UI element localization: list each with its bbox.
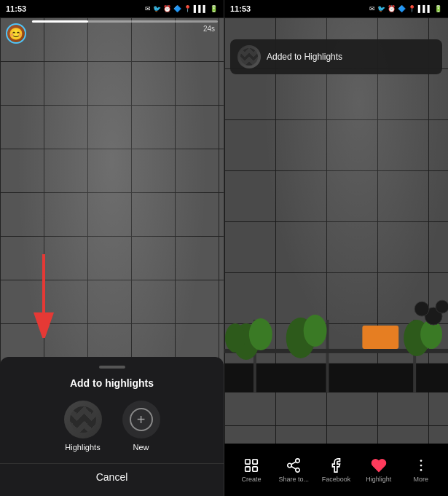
highlights-item[interactable]: Highlights (64, 401, 102, 452)
status-icons-right: ✉ 🐦 ⏰ 🔷 📍 ▌▌▌ 🔋 (369, 5, 442, 12)
highlights-icon-container (64, 401, 102, 438)
alarm-icon: ⏰ (163, 5, 171, 12)
story-progress-bar (32, 20, 218, 23)
status-bar-right: 11:53 ✉ 🐦 ⏰ 🔷 📍 ▌▌▌ 🔋 (224, 0, 448, 17)
share-action[interactable]: Share to... (278, 457, 310, 483)
highlight-label: Highlight (366, 476, 391, 483)
svg-point-28 (420, 464, 422, 466)
bottom-sheet: Add to highlights Highlights + (0, 357, 224, 496)
story-view-right: Added to Highlights (224, 17, 448, 444)
sheet-title: Add to highlights (0, 377, 224, 389)
msg-icon-r: ✉ (369, 5, 375, 12)
twitter-icon-r: 🐦 (377, 5, 385, 12)
more-action[interactable]: More (405, 457, 437, 483)
twitter-icon: 🐦 (153, 5, 161, 12)
svg-line-25 (291, 466, 296, 469)
share-icon (286, 457, 302, 473)
red-arrow (22, 251, 66, 338)
story-area-left: 😊 24s Add to highlights (0, 17, 224, 496)
bt-icon: 🔷 (173, 5, 181, 12)
story-timer: 24s (203, 25, 215, 33)
create-action[interactable]: Create (235, 457, 267, 483)
svg-point-16 (414, 302, 429, 316)
facebook-action[interactable]: Facebook (320, 457, 352, 483)
notification-text: Added to Highlights (267, 52, 342, 62)
msg-icon: ✉ (145, 5, 151, 12)
highlights-label: Highlights (65, 443, 100, 452)
alarm-icon-r: ⏰ (388, 5, 396, 12)
highlights-inner (70, 406, 96, 433)
cancel-button[interactable]: Cancel (0, 463, 224, 490)
svg-point-27 (420, 460, 422, 462)
signal-icon-r: ▌▌▌ (418, 5, 432, 12)
new-item[interactable]: + New (122, 401, 160, 452)
status-icons-left: ✉ 🐦 ⏰ 🔷 📍 ▌▌▌ 🔋 (145, 5, 218, 12)
notif-avatar (237, 45, 261, 68)
more-icon (413, 457, 429, 473)
notif-avatar-inner (240, 48, 258, 66)
bt-icon-r: 🔷 (398, 5, 406, 12)
svg-point-10 (225, 323, 245, 353)
svg-point-9 (249, 318, 272, 350)
story-progress-fill (32, 20, 88, 23)
svg-rect-18 (245, 459, 250, 463)
svg-point-29 (420, 469, 422, 471)
svg-rect-20 (245, 466, 250, 471)
svg-point-23 (288, 463, 292, 468)
svg-point-24 (296, 468, 300, 472)
facebook-label: Facebook (322, 476, 351, 483)
notification-banner: Added to Highlights (230, 39, 442, 74)
svg-rect-21 (253, 466, 257, 471)
svg-rect-7 (362, 326, 398, 349)
highlight-heart-icon (371, 457, 387, 473)
new-icon-container: + (122, 401, 160, 438)
svg-point-22 (296, 458, 300, 462)
svg-rect-19 (253, 459, 257, 463)
story-avatar: 😊 (6, 23, 26, 44)
svg-point-12 (304, 315, 327, 347)
sheet-handle (99, 366, 125, 369)
new-label: New (133, 443, 149, 452)
right-phone-screen: 11:53 ✉ 🐦 ⏰ 🔷 📍 ▌▌▌ 🔋 (224, 0, 448, 496)
time-right: 11:53 (230, 4, 251, 13)
time-left: 11:53 (6, 4, 26, 13)
battery-icon: 🔋 (210, 5, 218, 12)
story-header: 😊 (6, 23, 26, 44)
highlight-action[interactable]: Highlight (363, 457, 395, 483)
share-label: Share to... (279, 476, 310, 483)
signal-icon: ▌▌▌ (194, 5, 208, 12)
bottom-action-bar: Create Share to... Facebook H (224, 444, 448, 496)
svg-point-17 (436, 300, 448, 313)
status-bar-left: 11:53 ✉ 🐦 ⏰ 🔷 📍 ▌▌▌ 🔋 (0, 0, 224, 17)
highlights-thumb (64, 401, 102, 438)
left-phone-screen: 11:53 ✉ 🐦 ⏰ 🔷 📍 ▌▌▌ 🔋 😊 24s (0, 0, 224, 496)
create-label: Create (242, 476, 262, 483)
location-icon: 📍 (184, 5, 192, 12)
new-plus-icon: + (130, 408, 153, 431)
sheet-items: Highlights + New (0, 401, 224, 460)
battery-icon-r: 🔋 (434, 5, 442, 12)
location-icon-r: 📍 (408, 5, 416, 12)
svg-line-26 (291, 461, 296, 464)
shelf-decoration (224, 276, 448, 393)
facebook-icon (328, 457, 344, 473)
more-label: More (414, 476, 429, 483)
create-icon (243, 457, 259, 473)
